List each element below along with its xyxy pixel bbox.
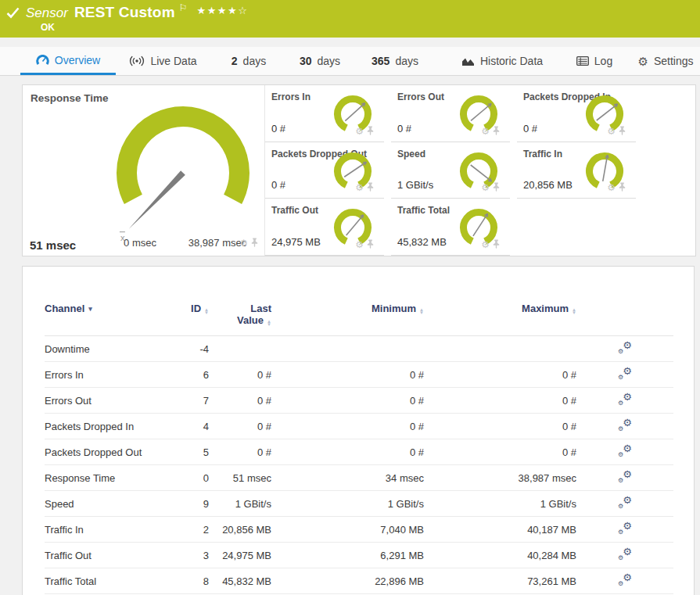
- channel-last-value-cell: 0 #: [209, 369, 271, 381]
- channel-name-cell[interactable]: Errors In: [45, 369, 181, 381]
- gear-icon[interactable]: ⚙: [239, 238, 248, 248]
- gear-icon[interactable]: ⚙: [607, 127, 616, 136]
- pin-icon[interactable]: [619, 124, 626, 138]
- channel-settings-gears-icon[interactable]: ⚙⚙: [618, 367, 632, 380]
- status-badge: OK: [41, 22, 55, 33]
- channel-id-cell: 2: [181, 524, 209, 536]
- tab-overview[interactable]: Overview: [20, 47, 116, 75]
- gear-icon[interactable]: ⚙: [481, 127, 490, 136]
- channel-name-cell[interactable]: Packets Dropped Out: [45, 446, 181, 458]
- flag-icon[interactable]: ⚐: [179, 2, 188, 13]
- gauge-actions: ⚙: [355, 238, 374, 252]
- gauge-cell-traffic-total[interactable]: Traffic Total 45,832 MB ⚙: [391, 199, 510, 256]
- column-header-maximum[interactable]: Maximum▲▼: [424, 303, 576, 314]
- channel-last-value-cell: 51 msec: [209, 472, 271, 484]
- pin-icon[interactable]: [251, 236, 258, 250]
- sort-icon: ▲▼: [267, 320, 271, 326]
- pin-icon[interactable]: [619, 181, 626, 195]
- sort-icon: ▲▼: [572, 308, 576, 314]
- tab-365-days[interactable]: 365 days: [367, 47, 423, 75]
- pin-icon[interactable]: [367, 181, 374, 195]
- channel-name-cell[interactable]: Packets Dropped In: [45, 421, 181, 432]
- gauge-cell-errors-out[interactable]: Errors Out 0 # ⚙: [391, 85, 510, 142]
- gear-icon[interactable]: ⚙: [355, 127, 364, 136]
- table-row-errors-in: Errors In 6 0 # 0 # 0 # ⚙⚙: [45, 362, 673, 388]
- channel-minimum-cell: 0 #: [271, 446, 424, 458]
- channel-last-value-cell: 0 #: [209, 395, 271, 407]
- channel-minimum-cell: 0 #: [271, 421, 424, 432]
- table-row-speed: Speed 9 1 GBit/s 1 GBit/s 1 GBit/s ⚙⚙: [45, 491, 673, 517]
- pin-icon[interactable]: [493, 238, 500, 252]
- channel-id-cell: 4: [181, 421, 209, 432]
- gear-icon[interactable]: ⚙: [481, 183, 490, 192]
- table-row-packets-dropped-out: Packets Dropped Out 5 0 # 0 # 0 # ⚙⚙: [45, 439, 673, 465]
- gauge-title: Errors Out: [397, 91, 444, 102]
- channel-settings-gears-icon[interactable]: ⚙⚙: [618, 342, 632, 354]
- channel-name-cell[interactable]: Errors Out: [45, 395, 181, 407]
- gauge-title: Traffic Out: [271, 205, 318, 216]
- live-icon: [129, 56, 145, 66]
- gauge-actions: ⚙: [481, 238, 500, 252]
- gear-icon[interactable]: ⚙: [355, 240, 364, 249]
- channel-settings-gears-icon[interactable]: ⚙⚙: [618, 419, 632, 432]
- pin-icon[interactable]: [367, 238, 374, 252]
- column-header-last-value[interactable]: Last Value▲▼: [209, 303, 271, 326]
- gauge-title: Traffic Total: [397, 205, 450, 216]
- table-header-row: Channel▾ ID▲▼ Last Value▲▼ Minimum▲▼ Max…: [45, 303, 673, 336]
- tab-historic-data[interactable]: Historic Data: [454, 47, 550, 75]
- tab-30-days[interactable]: 30 days: [295, 47, 345, 75]
- response-time-gauge-card[interactable]: Response Time x 0 msec 38,987 msec 51 ms…: [23, 85, 265, 256]
- channel-id-cell: -4: [181, 343, 209, 355]
- gauge-title: Traffic In: [523, 149, 562, 160]
- channel-settings-gears-icon[interactable]: ⚙⚙: [618, 548, 632, 561]
- gauge-cell-traffic-in[interactable]: Traffic In 20,856 MB ⚙: [517, 142, 636, 199]
- channel-minimum-cell: 22,896 MB: [271, 575, 424, 587]
- tab-live-data[interactable]: Live Data: [122, 47, 204, 75]
- channel-maximum-cell: 1 GBit/s: [424, 498, 576, 510]
- channel-minimum-cell: 34 msec: [271, 472, 424, 484]
- column-header-id[interactable]: ID▲▼: [181, 303, 209, 314]
- tab-settings[interactable]: ⚙ Settings: [637, 47, 694, 75]
- channel-id-cell: 7: [181, 395, 209, 407]
- column-header-minimum[interactable]: Minimum▲▼: [271, 303, 424, 314]
- tab-2-days[interactable]: 2 days: [226, 47, 271, 75]
- tab-log[interactable]: Log: [572, 47, 617, 75]
- gauge-cell-packets-dropped-out[interactable]: Packets Dropped Out 0 # ⚙: [265, 142, 384, 199]
- pin-icon[interactable]: [493, 124, 500, 138]
- pin-icon[interactable]: [493, 181, 500, 195]
- gauge-cell-packets-dropped-in[interactable]: Packets Dropped In 0 # ⚙: [517, 85, 636, 142]
- channel-settings-gears-icon[interactable]: ⚙⚙: [618, 574, 632, 586]
- channel-minimum-cell: 6,291 MB: [271, 550, 424, 561]
- gear-icon[interactable]: ⚙: [607, 183, 616, 192]
- channel-name-cell[interactable]: Traffic Total: [45, 575, 181, 587]
- gauge-actions: ⚙: [239, 236, 258, 250]
- gauge-title: Errors In: [271, 91, 311, 102]
- channel-name-cell[interactable]: Response Time: [45, 472, 181, 484]
- channel-name-cell[interactable]: Speed: [45, 498, 181, 510]
- channel-settings-gears-icon[interactable]: ⚙⚙: [618, 522, 632, 535]
- gauge-actions: ⚙: [355, 181, 374, 195]
- channel-name-cell[interactable]: Traffic In: [45, 524, 181, 536]
- gauge-cell-traffic-out[interactable]: Traffic Out 24,975 MB ⚙: [265, 199, 384, 256]
- gauge-cell-speed[interactable]: Speed 1 GBit/s ⚙: [391, 142, 510, 199]
- gauge-cell-errors-in[interactable]: Errors In 0 # ⚙: [265, 85, 384, 142]
- channel-settings-gears-icon[interactable]: ⚙⚙: [618, 496, 632, 509]
- channel-maximum-cell: 0 #: [424, 395, 576, 407]
- sensor-type-label: Sensor: [26, 5, 68, 21]
- gear-icon[interactable]: ⚙: [481, 240, 490, 249]
- chart-icon: [461, 56, 475, 66]
- channel-name-cell[interactable]: Downtime: [45, 343, 181, 355]
- gear-icon[interactable]: ⚙: [355, 183, 364, 192]
- channel-settings-gears-icon[interactable]: ⚙⚙: [618, 471, 632, 483]
- tab-bar: Overview Live Data 2 days 30 days 365 da…: [0, 47, 700, 76]
- response-time-dial: x: [23, 85, 265, 256]
- channel-minimum-cell: 0 #: [271, 369, 424, 381]
- channel-id-cell: 5: [181, 446, 209, 458]
- pin-icon[interactable]: [367, 124, 374, 138]
- channel-name-cell[interactable]: Traffic Out: [45, 550, 181, 561]
- channel-minimum-cell: 0 #: [271, 395, 424, 407]
- channel-settings-gears-icon[interactable]: ⚙⚙: [618, 393, 632, 406]
- channel-settings-gears-icon[interactable]: ⚙⚙: [618, 445, 632, 457]
- column-header-channel[interactable]: Channel▾: [45, 303, 181, 315]
- priority-stars[interactable]: ★★★★☆: [197, 5, 249, 16]
